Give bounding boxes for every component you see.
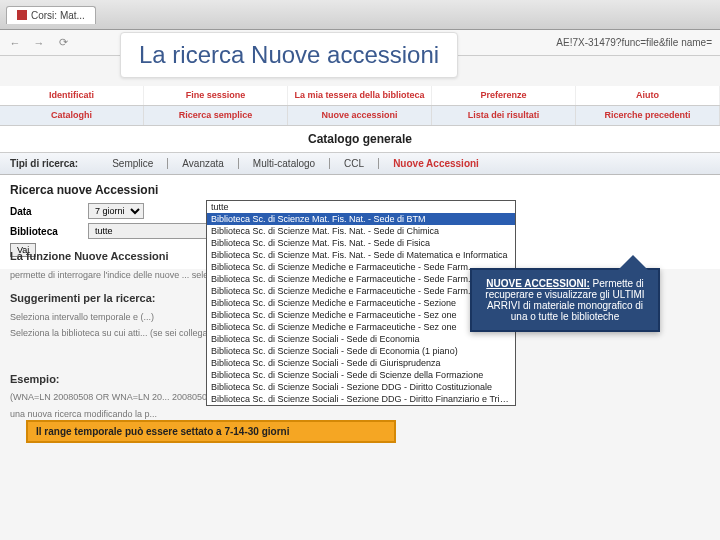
biblioteca-label: Biblioteca [10,226,80,237]
dropdown-option[interactable]: Biblioteca Sc. di Scienze Mediche e Farm… [207,285,515,297]
dropdown-option[interactable]: Biblioteca Sc. di Scienze Sociali - Sede… [207,345,515,357]
menu-item[interactable]: Identificati [0,86,144,105]
tab-title: Corsi: Mat... [31,10,85,21]
submenu-item[interactable]: Nuove accessioni [288,106,432,125]
dropdown-option[interactable]: tutte [207,201,515,213]
menu-item[interactable]: Preferenze [432,86,576,105]
search-type-ccl[interactable]: CCL [330,158,379,169]
url-fragment: AE!7X-31479?func=file&file name= [556,37,712,48]
dropdown-option[interactable]: Biblioteca Sc. di Scienze Mat. Fis. Nat.… [207,237,515,249]
menu-item[interactable]: Aiuto [576,86,720,105]
dropdown-option[interactable]: Biblioteca Sc. di Scienze Mat. Fis. Nat.… [207,225,515,237]
tab-favicon [17,10,27,20]
dropdown-option[interactable]: Biblioteca Sc. di Scienze Sociali - Sezi… [207,393,515,405]
search-type-bar: Tipi di ricerca: SempliceAvanzataMulti-c… [0,153,720,175]
dropdown-option[interactable]: Biblioteca Sc. di Scienze Mediche e Farm… [207,273,515,285]
search-type-semplice[interactable]: Semplice [98,158,168,169]
submenu-item[interactable]: Lista dei risultati [432,106,576,125]
menu-item[interactable]: La mia tessera della biblioteca [288,86,432,105]
submenu-item[interactable]: Ricerca semplice [144,106,288,125]
dropdown-option[interactable]: Biblioteca Sc. di Scienze Sociali - Sezi… [207,381,515,393]
last-line: una nuova ricerca modificando la p... [10,408,710,422]
dropdown-option[interactable]: Biblioteca Sc. di Scienze Mediche e Farm… [207,309,515,321]
search-types-label: Tipi di ricerca: [10,158,78,169]
browser-tab[interactable]: Corsi: Mat... [6,6,96,24]
search-type-multi-catalogo[interactable]: Multi-catalogo [239,158,330,169]
dropdown-option[interactable]: Biblioteca Sc. di Scienze Mat. Fis. Nat.… [207,213,515,225]
forward-icon[interactable]: → [30,34,48,52]
data-label: Data [10,206,80,217]
dropdown-option[interactable]: Biblioteca Sc. di Scienze Sociali - Sede… [207,369,515,381]
callout-nuove-accessioni: NUOVE ACCESSIONI: Permette di recuperare… [470,268,660,332]
orange-note: Il range temporale può essere settato a … [26,420,396,443]
search-type-avanzata[interactable]: Avanzata [168,158,239,169]
sub-menu: CataloghiRicerca sempliceNuove accession… [0,106,720,126]
browser-tab-bar: Corsi: Mat... [0,0,720,30]
search-type-nuove accessioni[interactable]: Nuove Accessioni [379,158,493,169]
menu-item[interactable]: Fine sessione [144,86,288,105]
data-select[interactable]: 7 giorni [88,203,144,219]
reload-icon[interactable]: ⟳ [54,34,72,52]
slide-title-overlay: La ricerca Nuove accessioni [120,32,458,78]
dropdown-option[interactable]: Biblioteca Sc. di Scienze Mediche e Farm… [207,261,515,273]
back-icon[interactable]: ← [6,34,24,52]
top-menu: IdentificatiFine sessioneLa mia tessera … [0,86,720,106]
dropdown-option[interactable]: Biblioteca Sc. di Scienze Mat. Fis. Nat.… [207,249,515,261]
dropdown-option[interactable]: Biblioteca Sc. di Scienze Sociali - Sede… [207,333,515,345]
form-title: Ricerca nuove Accessioni [10,183,710,197]
dropdown-option[interactable]: Biblioteca Sc. di Scienze Sociali - Sede… [207,357,515,369]
dropdown-option[interactable]: Biblioteca Sc. di Scienze Mediche e Farm… [207,297,515,309]
dropdown-option[interactable]: Biblioteca Sc. di Scienze Mediche e Farm… [207,321,515,333]
submenu-item[interactable]: Ricerche precedenti [576,106,720,125]
catalog-title: Catalogo generale [0,126,720,153]
callout-head: NUOVE ACCESSIONI: [486,278,590,289]
submenu-item[interactable]: Cataloghi [0,106,144,125]
